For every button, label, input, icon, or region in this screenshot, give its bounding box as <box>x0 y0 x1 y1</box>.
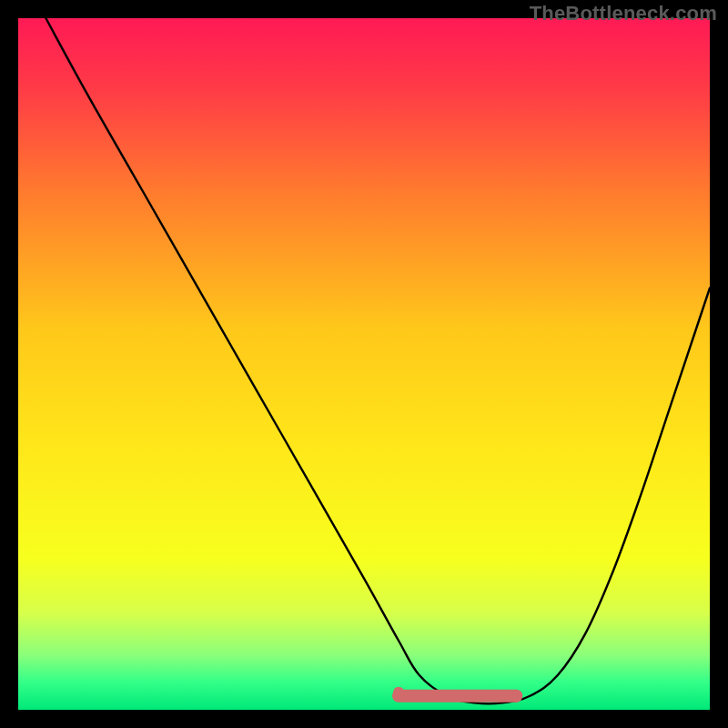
sweet-spot-start-marker <box>393 687 404 698</box>
chart-background <box>18 18 710 710</box>
watermark-text: TheBottleneck.com <box>530 2 717 25</box>
chart-container: TheBottleneck.com <box>0 0 728 728</box>
sweet-spot-end-marker <box>510 690 522 703</box>
chart-svg <box>18 18 710 710</box>
plot-area <box>18 18 710 710</box>
